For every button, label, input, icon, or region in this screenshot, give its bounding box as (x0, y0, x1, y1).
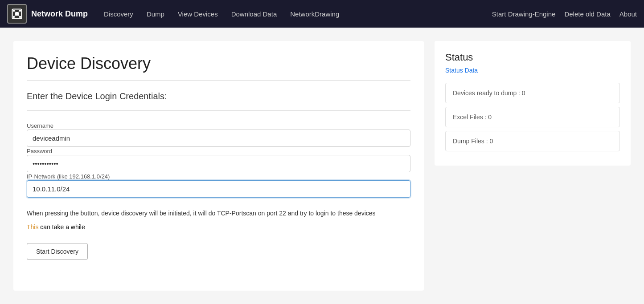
navbar-right: Start Drawing-Engine Delete old Data Abo… (492, 10, 637, 18)
status-title: Status (445, 52, 620, 63)
svg-point-5 (19, 16, 21, 18)
svg-line-7 (18, 12, 20, 13)
logo-icon (11, 8, 23, 20)
svg-point-3 (19, 10, 21, 12)
warning-text: This can take a while (27, 223, 410, 231)
nav-discovery[interactable]: Discovery (98, 8, 139, 20)
page-title: Device Discovery (27, 54, 410, 73)
navbar: Network Dump Discovery Dump View Devices… (0, 0, 644, 28)
svg-point-2 (13, 10, 15, 12)
section-heading: Enter the Device Login Credentials: (27, 91, 410, 101)
app-logo (7, 4, 27, 24)
ip-network-label: IP-Network (like 192.168.1.0/24) (27, 173, 110, 180)
nav-network-drawing[interactable]: NetworkDrawing (285, 8, 345, 20)
description-text: When pressing the button, device discove… (27, 208, 410, 218)
svg-line-6 (15, 12, 16, 13)
start-discovery-button[interactable]: Start Discovery (27, 243, 88, 260)
section-divider (27, 110, 410, 111)
svg-line-9 (18, 15, 20, 16)
navbar-brand[interactable]: Network Dump (7, 4, 88, 24)
nav-about[interactable]: About (619, 10, 637, 18)
title-divider (27, 80, 410, 81)
username-label: Username (27, 122, 53, 129)
svg-line-8 (15, 15, 16, 16)
status-subtitle: Status Data (445, 67, 620, 74)
left-panel: Device Discovery Enter the Device Login … (13, 41, 424, 291)
password-label: Password (27, 148, 52, 154)
password-input[interactable] (27, 155, 410, 172)
ip-network-input[interactable] (27, 180, 410, 198)
right-panel: Status Status Data Devices ready to dump… (435, 41, 631, 166)
warning-prefix: This (27, 223, 38, 231)
status-dump-files: Dump Files : 0 (445, 131, 620, 151)
warning-suffix: can take a while (38, 223, 85, 231)
brand-name: Network Dump (31, 9, 88, 19)
nav-dump[interactable]: Dump (141, 8, 170, 20)
navbar-links: Discovery Dump View Devices Download Dat… (98, 8, 492, 20)
nav-delete-old-data[interactable]: Delete old Data (564, 10, 610, 18)
main-container: Device Discovery Enter the Device Login … (0, 28, 644, 304)
nav-download-data[interactable]: Download Data (226, 8, 283, 20)
username-input[interactable] (27, 130, 410, 147)
svg-point-4 (13, 16, 15, 18)
description-body: When pressing the button, device discove… (27, 210, 376, 217)
nav-start-drawing-engine[interactable]: Start Drawing-Engine (492, 10, 556, 18)
status-devices-ready: Devices ready to dump : 0 (445, 83, 620, 103)
status-excel-files: Excel Files : 0 (445, 107, 620, 127)
nav-view-devices[interactable]: View Devices (172, 8, 223, 20)
